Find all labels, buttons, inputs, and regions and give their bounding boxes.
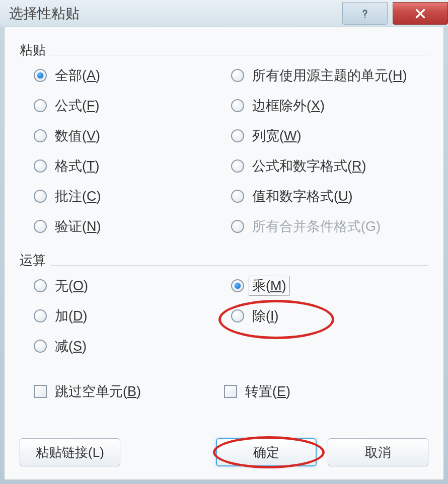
- radio-icon: [231, 129, 244, 142]
- close-button[interactable]: [393, 2, 448, 25]
- close-icon: [413, 6, 428, 21]
- paste-formulas[interactable]: 公式(F): [34, 98, 231, 114]
- checkbox-section: 跳过空单元(B) 转置(E): [20, 382, 428, 400]
- paste-group-label: 粘贴: [20, 41, 51, 59]
- paste-group: 粘贴 全部(A) 所有使用源主题的单元(H) 公式(F) 边框除外(X) 数值(…: [20, 41, 428, 234]
- checkbox-icon: [224, 385, 237, 398]
- ok-button[interactable]: 确定: [216, 438, 317, 466]
- radio-icon: [34, 190, 47, 203]
- radio-icon: [34, 309, 47, 322]
- help-button[interactable]: [342, 2, 388, 25]
- operation-multiply[interactable]: 乘(M): [231, 278, 428, 294]
- option-label: 列宽(W): [252, 127, 301, 145]
- radio-icon: [34, 340, 47, 353]
- option-label: 格式(T): [55, 157, 100, 175]
- paste-comments[interactable]: 批注(C): [34, 188, 231, 204]
- operation-none[interactable]: 无(O): [34, 278, 231, 294]
- paste-formats[interactable]: 格式(T): [34, 158, 231, 174]
- svg-point-0: [364, 17, 366, 18]
- operation-subtract[interactable]: 减(S): [34, 338, 231, 354]
- option-label: 全部(A): [55, 66, 100, 85]
- option-label: 边框除外(X): [252, 97, 325, 115]
- radio-icon: [231, 99, 244, 112]
- operation-group: 运算 无(O) 乘(M) 加(D) 除(I) 减(S): [20, 252, 428, 354]
- paste-column-widths[interactable]: 列宽(W): [231, 128, 428, 144]
- option-label: 乘(M): [249, 276, 290, 296]
- option-label: 批注(C): [55, 187, 101, 205]
- option-label: 验证(N): [55, 217, 101, 235]
- option-label: 值和数字格式(U): [252, 187, 353, 205]
- option-label: 所有合并条件格式(G): [252, 217, 381, 235]
- radio-icon: [231, 309, 244, 322]
- titlebar-buttons: [342, 2, 448, 25]
- right-buttons: 确定 取消: [216, 438, 428, 466]
- button-row: 粘贴链接(L) 确定 取消: [20, 438, 428, 466]
- checkbox-icon: [34, 385, 47, 398]
- radio-icon: [231, 279, 244, 292]
- dialog-title: 选择性粘贴: [9, 4, 80, 23]
- radio-icon: [231, 69, 244, 82]
- button-label: 确定: [253, 444, 279, 461]
- operation-group-label: 运算: [20, 252, 51, 269]
- transpose-checkbox[interactable]: 转置(E): [224, 382, 428, 400]
- radio-icon: [34, 220, 47, 233]
- option-label: 数值(V): [55, 127, 100, 145]
- cancel-button[interactable]: 取消: [328, 438, 428, 466]
- option-label: 所有使用源主题的单元(H): [252, 66, 407, 85]
- option-label: 除(I): [252, 307, 279, 325]
- checkbox-label: 跳过空单元(B): [55, 382, 141, 400]
- radio-icon: [34, 99, 47, 112]
- option-label: 公式(F): [55, 97, 100, 115]
- help-icon: [358, 7, 371, 20]
- operation-divide[interactable]: 除(I): [231, 308, 428, 324]
- radio-icon: [34, 279, 47, 292]
- radio-icon: [231, 220, 244, 233]
- paste-values[interactable]: 数值(V): [34, 128, 231, 144]
- checkbox-label: 转置(E): [245, 382, 290, 400]
- divider: [20, 55, 428, 55]
- operation-add[interactable]: 加(D): [34, 308, 231, 324]
- option-label: 减(S): [55, 337, 87, 355]
- radio-icon: [231, 190, 244, 203]
- paste-all[interactable]: 全部(A): [34, 67, 231, 84]
- paste-formula-number-formats[interactable]: 公式和数字格式(R): [231, 158, 428, 174]
- button-label: 粘贴链接(L): [36, 444, 104, 461]
- paste-options: 全部(A) 所有使用源主题的单元(H) 公式(F) 边框除外(X) 数值(V) …: [20, 67, 428, 234]
- radio-icon: [34, 69, 47, 82]
- titlebar: 选择性粘贴: [0, 0, 448, 27]
- option-label: 加(D): [55, 307, 88, 325]
- paste-link-button[interactable]: 粘贴链接(L): [20, 438, 120, 466]
- button-label: 取消: [365, 444, 391, 461]
- paste-value-number-formats[interactable]: 值和数字格式(U): [231, 188, 428, 204]
- skip-blanks-checkbox[interactable]: 跳过空单元(B): [20, 382, 224, 400]
- paste-validation[interactable]: 验证(N): [34, 218, 231, 234]
- paste-except-borders[interactable]: 边框除外(X): [231, 98, 428, 114]
- radio-icon: [34, 129, 47, 142]
- dialog-body: 粘贴 全部(A) 所有使用源主题的单元(H) 公式(F) 边框除外(X) 数值(…: [4, 27, 444, 480]
- option-label: 无(O): [55, 277, 88, 295]
- option-label: 公式和数字格式(R): [252, 157, 366, 175]
- radio-icon: [34, 159, 47, 173]
- divider: [20, 265, 428, 266]
- operation-options: 无(O) 乘(M) 加(D) 除(I) 减(S): [20, 278, 428, 354]
- paste-merge-conditional: 所有合并条件格式(G): [231, 218, 428, 234]
- radio-icon: [231, 159, 244, 173]
- paste-using-source-theme[interactable]: 所有使用源主题的单元(H): [231, 67, 428, 84]
